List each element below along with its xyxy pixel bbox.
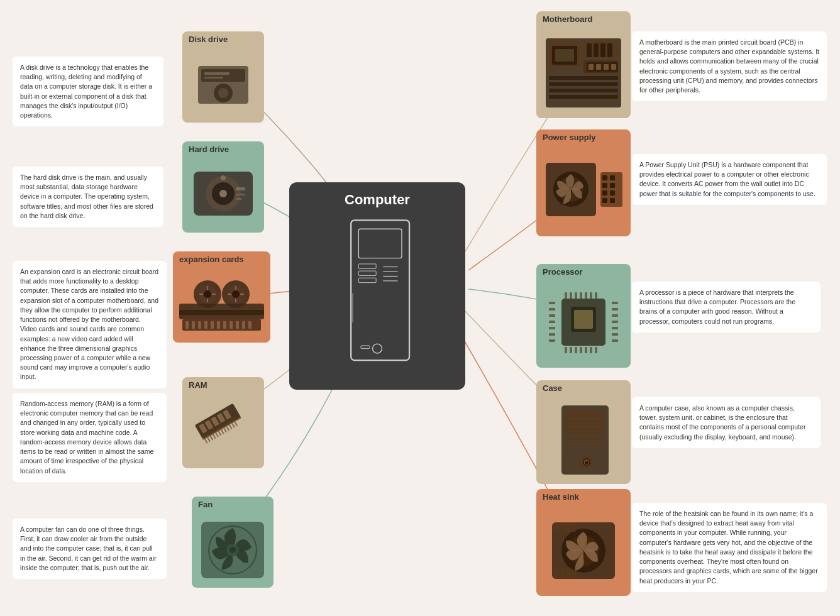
- ram-image: [182, 393, 264, 468]
- disk-drive-label: Disk drive: [182, 31, 264, 47]
- svg-rect-133: [549, 339, 555, 342]
- power-supply-label: Power supply: [536, 129, 631, 145]
- svg-rect-85: [594, 43, 599, 57]
- svg-rect-95: [604, 64, 609, 70]
- svg-rect-84: [587, 43, 592, 57]
- svg-rect-134: [612, 302, 618, 304]
- svg-rect-62: [204, 439, 208, 444]
- processor-label: Processor: [536, 264, 631, 280]
- svg-rect-129: [549, 314, 555, 317]
- motherboard-image: [536, 27, 631, 118]
- svg-rect-48: [211, 321, 214, 329]
- svg-rect-14: [201, 69, 245, 82]
- svg-rect-71: [229, 424, 233, 429]
- computer-illustration: [314, 214, 440, 378]
- svg-rect-156: [561, 522, 565, 532]
- svg-rect-119: [595, 347, 597, 353]
- hard-drive-desc: The hard disk drive is the main, and usu…: [13, 167, 163, 227]
- hard-drive-icon: [189, 165, 258, 225]
- processor-node: Processor: [536, 264, 631, 368]
- svg-rect-89: [549, 82, 618, 86]
- svg-rect-65: [213, 434, 216, 439]
- svg-rect-155: [555, 522, 559, 532]
- ram-desc: Random-access memory (RAM) is a form of …: [13, 393, 167, 482]
- center-title: Computer: [345, 192, 410, 208]
- svg-rect-67: [218, 431, 222, 436]
- ram-label: RAM: [182, 377, 264, 393]
- svg-rect-64: [210, 436, 214, 441]
- center-computer-box: Computer: [289, 182, 465, 390]
- svg-rect-103: [610, 175, 615, 180]
- case-image: [536, 396, 631, 484]
- disk-drive-icon: [192, 57, 255, 113]
- expansion-cards-desc: An expansion card is an electronic circu…: [13, 261, 167, 388]
- motherboard-label: Motherboard: [536, 11, 631, 27]
- svg-rect-2: [358, 264, 376, 268]
- svg-rect-91: [549, 95, 618, 99]
- svg-rect-1: [358, 229, 402, 258]
- svg-rect-124: [585, 292, 587, 299]
- fan-node: Fan: [192, 497, 274, 588]
- processor-image: [536, 280, 631, 368]
- case-desc: A computer case, also known as a compute…: [632, 397, 821, 448]
- svg-rect-130: [549, 321, 555, 323]
- svg-point-77: [229, 547, 236, 553]
- fan-icon: [198, 519, 267, 581]
- svg-rect-131: [549, 327, 555, 329]
- power-supply-image: [536, 145, 631, 236]
- svg-rect-112: [574, 310, 593, 329]
- svg-rect-26: [236, 198, 242, 200]
- heat-sink-node: Heat sink: [536, 489, 631, 596]
- svg-rect-104: [602, 183, 607, 188]
- svg-rect-51: [229, 321, 233, 329]
- svg-rect-63: [207, 437, 211, 442]
- ram-icon: [189, 399, 258, 462]
- svg-rect-17: [204, 72, 229, 75]
- svg-rect-96: [611, 64, 616, 70]
- svg-rect-45: [192, 321, 195, 329]
- svg-rect-53: [242, 321, 245, 329]
- svg-rect-143: [566, 420, 604, 426]
- power-supply-icon: [539, 150, 627, 232]
- svg-rect-158: [572, 522, 576, 532]
- svg-rect-4: [358, 278, 376, 282]
- svg-rect-93: [589, 64, 594, 70]
- processor-desc: A processor is a piece of hardware that …: [632, 282, 821, 333]
- svg-rect-52: [236, 321, 239, 329]
- motherboard-icon: [539, 32, 627, 114]
- svg-rect-122: [575, 292, 577, 299]
- svg-rect-72: [231, 423, 235, 428]
- svg-rect-24: [236, 187, 245, 190]
- svg-rect-46: [198, 321, 201, 329]
- svg-rect-3: [358, 271, 376, 275]
- power-supply-node: Power supply: [536, 129, 631, 236]
- svg-rect-127: [549, 302, 555, 304]
- svg-rect-126: [595, 292, 597, 299]
- svg-rect-73: [235, 421, 238, 426]
- svg-rect-0: [351, 220, 409, 360]
- heat-sink-icon: [539, 510, 627, 591]
- svg-rect-114: [570, 347, 572, 353]
- svg-point-9: [373, 344, 382, 353]
- svg-rect-28: [179, 310, 264, 315]
- svg-rect-137: [612, 321, 618, 323]
- svg-rect-115: [575, 347, 577, 353]
- hard-drive-node: Hard drive: [182, 141, 264, 233]
- fan-desc: A computer fan can do one of three thing…: [13, 519, 167, 579]
- expansion-cards-icon: [176, 272, 267, 338]
- motherboard-desc: A motherboard is the main printed circui…: [632, 31, 827, 101]
- svg-rect-120: [565, 292, 567, 299]
- expansion-cards-node: expansion cards: [173, 251, 270, 343]
- processor-icon: [539, 283, 627, 365]
- motherboard-node: Motherboard: [536, 11, 631, 118]
- svg-rect-86: [600, 43, 605, 57]
- svg-rect-144: [566, 428, 604, 434]
- svg-rect-10: [361, 346, 370, 349]
- svg-rect-159: [555, 569, 559, 579]
- svg-rect-49: [217, 321, 220, 329]
- svg-rect-136: [612, 314, 618, 317]
- svg-rect-162: [572, 569, 576, 579]
- ram-node: RAM: [182, 377, 264, 468]
- svg-rect-50: [223, 321, 226, 329]
- hard-drive-image: [182, 157, 264, 233]
